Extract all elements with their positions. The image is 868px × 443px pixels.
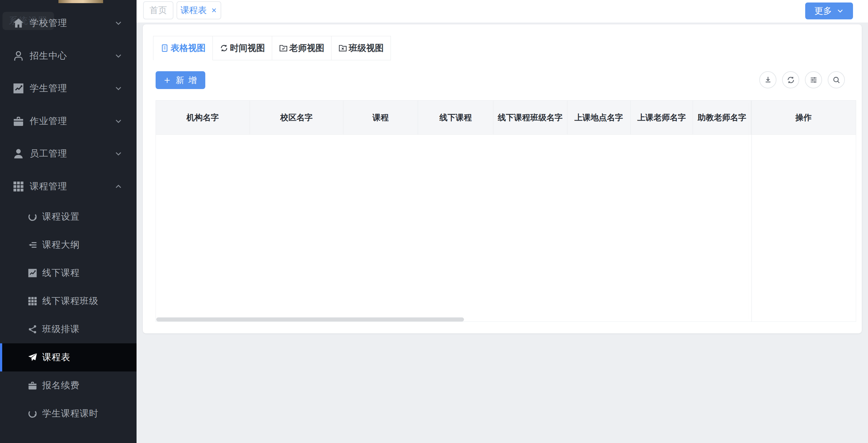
screen-artifact: [58, 0, 103, 3]
page-tab-label: 首页: [150, 4, 167, 16]
tab-table-view[interactable]: 表格视图: [153, 36, 213, 60]
sidebar-item-label: 班级排课: [42, 323, 80, 336]
column-header[interactable]: 课程: [343, 101, 418, 134]
close-icon[interactable]: [211, 7, 217, 14]
more-button[interactable]: 更多: [805, 2, 853, 19]
chevron-down-icon: [114, 84, 122, 92]
chevron-up-icon: [114, 183, 122, 191]
page-tab-label: 课程表: [181, 4, 207, 16]
tab-time-view[interactable]: 时间视图: [213, 36, 272, 60]
sidebar-item-course-settings[interactable]: 课程设置: [0, 203, 136, 231]
sidebar-item-enrollment-renewal[interactable]: 报名续费: [0, 372, 136, 400]
cycle-icon: [220, 44, 228, 53]
tab-teacher-view[interactable]: 老师视图: [272, 36, 332, 60]
fixed-column-divider: [751, 100, 752, 322]
list-icon: [160, 44, 169, 53]
chart-icon: [12, 83, 24, 94]
filter-icon: [809, 75, 818, 84]
sidebar-item-label: 课程设置: [42, 211, 80, 223]
content-card: 表格视图 时间视图 老师视图 班级视图: [143, 24, 862, 333]
home-icon: [12, 17, 24, 29]
view-tab-bar: 表格视图 时间视图 老师视图 班级视图: [153, 36, 391, 60]
more-button-label: 更多: [814, 5, 832, 17]
sidebar-item-label: 作业管理: [30, 115, 67, 127]
sidebar-item-offline-course[interactable]: 线下课程: [0, 259, 136, 287]
chart-icon: [28, 268, 37, 278]
sidebar-item-label: 学生管理: [30, 82, 67, 95]
download-button[interactable]: [759, 71, 776, 88]
table-header-row: 机构名字 校区名字 课程 线下课程 线下课程班级名字 上课地点名字 上课老师名字…: [156, 100, 856, 135]
sidebar-item-label: 学校管理: [30, 17, 67, 29]
view-tab-label: 班级视图: [349, 42, 384, 54]
sidebar-item-label: 课程大纲: [42, 239, 80, 251]
timetable-table: 机构名字 校区名字 课程 线下课程 线下课程班级名字 上课地点名字 上课老师名字…: [156, 100, 856, 326]
sidebar-item-admissions[interactable]: 招生中心: [0, 40, 136, 72]
outline-icon: [28, 240, 37, 250]
column-header[interactable]: 线下课程: [418, 101, 493, 134]
filter-button[interactable]: [805, 71, 822, 88]
sidebar-item-homework[interactable]: 作业管理: [0, 105, 136, 138]
chevron-down-icon: [114, 117, 122, 125]
horizontal-scrollbar[interactable]: [156, 317, 464, 321]
sidebar-item-school-mgmt[interactable]: 学校管理: [0, 7, 136, 40]
add-button-label: 新 增: [176, 75, 198, 86]
top-tab-bar: 首页 课程表 更多: [136, 0, 868, 23]
chevron-down-icon: [114, 52, 122, 60]
column-header[interactable]: 机构名字: [156, 101, 250, 134]
search-button[interactable]: [828, 71, 845, 88]
chevron-down-icon: [114, 19, 122, 27]
column-header[interactable]: 线下课程班级名字: [493, 101, 567, 134]
edit-circle-icon: [28, 409, 37, 419]
sidebar-menu: 学校管理 招生中心 学生管理: [0, 7, 136, 428]
person-icon: [12, 148, 24, 160]
column-header[interactable]: 助教老师名字: [693, 101, 751, 134]
table-body-empty: [156, 135, 856, 322]
view-tab-label: 老师视图: [289, 42, 324, 54]
refresh-button[interactable]: [782, 71, 799, 88]
folder-x-icon: [338, 44, 347, 53]
column-header-actions[interactable]: 操作: [751, 101, 856, 134]
sidebar-item-student-course-hours[interactable]: 学生课程课时: [0, 400, 136, 428]
sidebar-item-label: 招生中心: [30, 50, 67, 62]
sidebar-item-students[interactable]: 学生管理: [0, 72, 136, 105]
briefcase-icon: [12, 115, 24, 127]
page-tab-timetable[interactable]: 课程表: [177, 1, 221, 19]
sidebar-item-offline-course-class[interactable]: 线下课程班级: [0, 287, 136, 315]
sidebar-item-label: 员工管理: [30, 148, 67, 160]
sidebar: 系统设置 学校管理 招生中心 学生管理: [0, 0, 136, 443]
grid-icon: [28, 296, 37, 306]
column-header[interactable]: 上课地点名字: [567, 101, 630, 134]
plus-icon: [163, 76, 171, 84]
page-tab-home[interactable]: 首页: [143, 1, 174, 19]
app-root: { "sidebar": { "ghost_label": "系统设置", "i…: [0, 0, 868, 443]
download-icon: [764, 75, 772, 84]
column-header[interactable]: 校区名字: [250, 101, 344, 134]
user-icon: [12, 50, 24, 62]
grid-icon: [12, 181, 24, 192]
refresh-icon: [786, 75, 795, 84]
sidebar-item-timetable[interactable]: 课程表: [0, 343, 136, 372]
sidebar-item-class-scheduling[interactable]: 班级排课: [0, 315, 136, 343]
sidebar-item-label: 学生课程课时: [42, 407, 98, 420]
tab-class-view[interactable]: 班级视图: [331, 36, 391, 60]
sidebar-item-staff[interactable]: 员工管理: [0, 137, 136, 170]
sidebar-item-label: 报名续费: [42, 379, 80, 392]
sidebar-item-courses[interactable]: 课程管理: [0, 170, 136, 203]
search-icon: [832, 75, 841, 84]
sidebar-item-course-outline[interactable]: 课程大纲: [0, 231, 136, 259]
sidebar-item-label: 线下课程: [42, 267, 80, 279]
sidebar-item-label: 课程管理: [30, 180, 67, 193]
add-button[interactable]: 新 增: [156, 71, 205, 89]
edit-circle-icon: [28, 212, 37, 222]
briefcase-icon: [28, 381, 37, 390]
send-icon: [28, 352, 37, 362]
page-background: 表格视图 时间视图 老师视图 班级视图: [136, 23, 868, 443]
view-tab-label: 表格视图: [170, 42, 206, 54]
chevron-down-icon: [836, 7, 844, 15]
view-tab-label: 时间视图: [230, 42, 265, 54]
sidebar-item-label: 课程表: [42, 351, 70, 363]
chevron-down-icon: [114, 150, 122, 158]
column-header[interactable]: 上课老师名字: [630, 101, 693, 134]
sidebar-item-label: 线下课程班级: [42, 295, 98, 308]
share-icon: [28, 324, 37, 334]
